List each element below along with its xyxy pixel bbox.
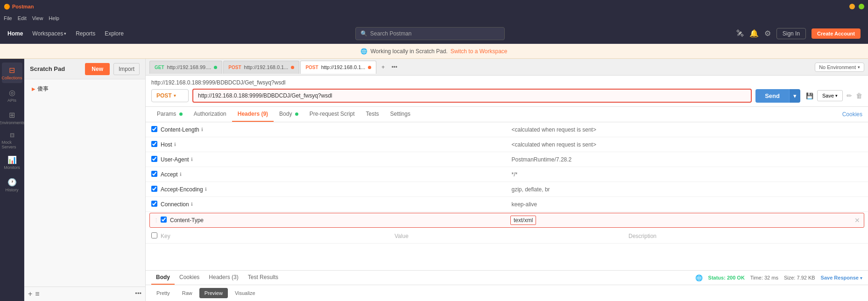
tab-post-2[interactable]: POST http://192.168.0.1... [300,61,376,74]
key-accept-encoding: Accept-Encoding ℹ [161,186,512,193]
menu-edit[interactable]: Edit [18,15,27,21]
response-meta: 🌐 Status: 200 OK Time: 32 ms Size: 7.92 … [695,274,862,281]
check-accept[interactable] [151,171,161,178]
add-collection-icon[interactable]: + [28,290,32,298]
history-icon: 🕐 [7,178,17,187]
key-host: Host ℹ [161,141,512,148]
check-connection[interactable] [151,201,161,208]
view-pretty[interactable]: Pretty [151,288,175,298]
settings-icon[interactable]: ⚙ [764,29,771,38]
delete-icon[interactable]: 🗑 [856,92,862,99]
environment-selector[interactable]: No Environment ▾ [815,63,864,72]
empty-key-placeholder: Key [161,233,170,239]
banner: 🌐 Working locally in Scratch Pad. Switch… [0,44,868,59]
tab-params[interactable]: Params [151,107,188,122]
menu-file[interactable]: File [4,15,12,21]
check-user-agent[interactable] [151,156,161,163]
resp-tab-cookies[interactable]: Cookies [175,271,204,285]
method-selector[interactable]: POST ▾ [151,89,189,102]
save-button[interactable]: Save ▾ [817,90,843,101]
header-row-content-type: ⋮ Content-Type text/xml ✕ [149,213,864,228]
resp-tab-test-results[interactable]: Test Results [243,271,283,285]
sort-icon[interactable]: ≡ [35,290,39,298]
sidebar-item-monitors[interactable]: 📊 Monitors [2,152,22,173]
send-button[interactable]: Send [755,89,789,103]
send-dropdown-button[interactable]: ▾ [789,89,800,103]
resp-tab-body[interactable]: Body [151,271,175,285]
bell-icon[interactable]: 🔔 [749,29,759,38]
create-account-button[interactable]: Create Account [812,28,861,39]
import-button[interactable]: Import [113,63,140,75]
tab-prerequest[interactable]: Pre-request Script [304,107,360,122]
url-area: http://192.168.0.188:9999/BDBDCDJ/Get_fw… [146,76,868,107]
nav-workspaces[interactable]: Workspaces ▾ [32,30,66,37]
search-placeholder: Search Postman [370,30,412,37]
panel-bottom-actions: + ≡ ••• [24,287,145,301]
maximize-button[interactable] [859,4,864,9]
tab-tests[interactable]: Tests [360,107,385,122]
resp-tab-headers[interactable]: Headers (3) [204,271,243,285]
tab-body[interactable]: Body [274,107,304,122]
window-controls[interactable] [849,4,864,9]
nav-reports[interactable]: Reports [76,30,95,37]
app-logo: 🟠 Postman [4,4,34,10]
new-button[interactable]: New [85,63,110,75]
view-raw[interactable]: Raw [177,288,198,298]
tab-settings[interactable]: Settings [385,107,416,122]
globe-icon: 🌐 [695,274,703,281]
search-box[interactable]: 🔍 Search Postman [355,27,505,40]
check-accept-encoding[interactable] [151,186,161,193]
nav-home[interactable]: Home [7,30,23,37]
sidebar: ⊟ Collections ◎ APIs ⊞ Environments ⧈ Mo… [0,59,24,301]
header-row-accept: Accept ℹ */* [146,167,868,182]
edit-icon[interactable]: ✏ [847,92,852,99]
response-section: Body Cookies Headers (3) Test Results 🌐 … [146,270,868,301]
key-connection: Connection ℹ [161,201,512,208]
monitors-icon: 📊 [7,155,17,164]
check-content-length[interactable] [151,126,161,133]
sidebar-item-mock-servers[interactable]: ⧈ Mock Servers [2,130,22,150]
top-nav: Home Workspaces ▾ Reports Explore 🔍 Sear… [0,23,868,44]
tab-more-button[interactable]: ••• [389,64,399,70]
close-header-icon[interactable]: ✕ [854,217,860,224]
sidebar-item-collections[interactable]: ⊟ Collections [2,63,22,83]
collection-item[interactable]: ▶ 傻事 [28,83,141,95]
method-chevron-icon: ▾ [174,93,176,98]
url-input[interactable] [192,89,752,103]
value-content-type: text/xml [510,216,536,225]
minimize-button[interactable] [849,4,855,9]
main-layout: ⊟ Collections ◎ APIs ⊞ Environments ⧈ Mo… [0,59,868,301]
nav-explore[interactable]: Explore [105,30,124,37]
check-host[interactable] [151,141,161,148]
view-preview[interactable]: Preview [199,288,228,298]
save-response-button[interactable]: Save Response ▾ [821,275,862,280]
view-subtabs: Pretty Raw Preview Visualize [146,285,868,301]
view-visualize[interactable]: Visualize [230,288,261,298]
env-selector-label: No Environment [819,64,856,70]
save-icon[interactable]: 💾 [806,92,813,99]
sidebar-label-mock-servers: Mock Servers [2,140,22,149]
menu-view[interactable]: View [32,15,43,21]
check-content-type[interactable] [161,217,170,224]
menu-help[interactable]: Help [49,15,59,21]
left-panel: Scratch Pad New Import ▶ 傻事 + ≡ ••• [24,59,146,301]
tab-post-1[interactable]: POST http://192.168.0.1... [223,61,299,74]
titlebar: 🟠 Postman [0,0,868,13]
more-options-icon[interactable]: ••• [135,290,141,298]
method-label: POST [156,92,172,99]
sidebar-item-apis[interactable]: ◎ APIs [2,85,22,105]
sidebar-label-environments: Environments [0,120,25,125]
sidebar-item-history[interactable]: 🕐 History [2,175,22,195]
sidebar-item-environments[interactable]: ⊞ Environments [2,107,22,128]
tab-get[interactable]: GET http://192.168.99.... [149,61,222,74]
key-content-type[interactable]: Content-Type [170,217,510,224]
banner-link[interactable]: Switch to a Workspace [451,48,508,55]
header-row-connection: Connection ℹ keep-alive [146,197,868,212]
tab-dot-1 [291,66,294,69]
tab-headers[interactable]: Headers (9) [232,107,274,122]
cookies-link[interactable]: Cookies [842,111,862,118]
tab-authorization[interactable]: Authorization [188,107,232,122]
add-tab-button[interactable]: + [377,62,388,73]
signin-button[interactable]: Sign In [776,28,806,39]
send-button-group: Send ▾ [755,89,800,103]
